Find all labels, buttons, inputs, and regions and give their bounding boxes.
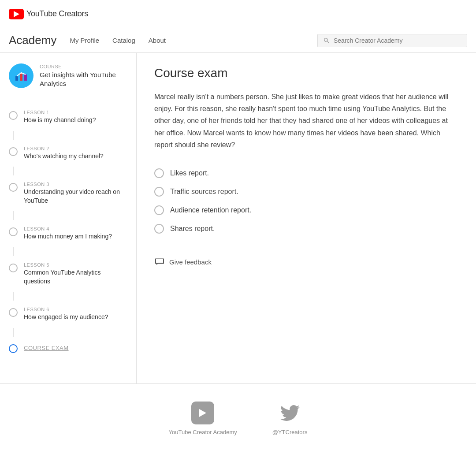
option-audience[interactable]: Audience retention report. — [154, 201, 458, 219]
sidebar-item-lesson1[interactable]: LESSON 1 How is my channel doing? — [0, 104, 136, 131]
search-input[interactable] — [334, 37, 461, 44]
lesson-dot-1 — [9, 111, 18, 120]
comment-icon — [154, 256, 165, 266]
connector — [13, 328, 14, 337]
youtube-logo[interactable]: YouTube Creators — [9, 9, 88, 19]
exam-title: Course exam — [154, 66, 458, 80]
option-audience-label: Audience retention report. — [170, 206, 251, 214]
lesson-dot-6 — [9, 308, 18, 317]
my-profile-link[interactable]: My Profile — [70, 35, 99, 46]
options-list: Likes report. Traffic sources report. Au… — [154, 164, 458, 238]
lesson-dot-4 — [9, 227, 18, 236]
academy-nav: Academy My Profile Catalog About — [0, 28, 476, 53]
sidebar-item-course-exam[interactable]: COURSE EXAM — [0, 337, 136, 359]
feedback-section[interactable]: Give feedback — [154, 256, 458, 269]
lesson-text-2: LESSON 2 Who's watching my channel? — [24, 146, 104, 161]
twitter-icon — [280, 403, 300, 423]
radio-shares[interactable] — [154, 224, 164, 234]
lesson-text-1: LESSON 1 How is my channel doing? — [24, 110, 96, 125]
lesson-text-5: LESSON 5 Common YouTube Analytics questi… — [24, 262, 127, 286]
exam-body: Marcel really isn't a numbers person. Sh… — [154, 91, 458, 151]
course-header: COURSE Get insights with YouTube Analyti… — [0, 63, 136, 99]
connector — [13, 211, 14, 220]
sidebar-item-lesson4[interactable]: LESSON 4 How much money am I making? — [0, 220, 136, 247]
option-likes[interactable]: Likes report. — [154, 164, 458, 182]
sidebar-item-lesson2[interactable]: LESSON 2 Who's watching my channel? — [0, 140, 136, 167]
main-content: Course exam Marcel really isn't a number… — [137, 53, 476, 383]
analytics-icon — [15, 69, 28, 82]
course-info: COURSE Get insights with YouTube Analyti… — [40, 64, 127, 88]
yt-footer-icon — [191, 402, 214, 424]
yt-play-icon — [9, 9, 24, 19]
about-link[interactable]: About — [149, 35, 166, 46]
sidebar-item-lesson6[interactable]: LESSON 6 How engaged is my audience? — [0, 301, 136, 328]
academy-title: Academy — [9, 33, 56, 47]
svg-rect-0 — [15, 76, 18, 81]
connector — [13, 167, 14, 175]
lesson-dot-5 — [9, 264, 18, 272]
radio-likes[interactable] — [154, 168, 164, 178]
sidebar-item-lesson3[interactable]: LESSON 3 Understanding your video reach … — [0, 175, 136, 211]
lessons-list: LESSON 1 How is my channel doing? LESSON… — [0, 104, 136, 364]
course-label: COURSE — [40, 64, 127, 69]
top-bar: YouTube Creators — [0, 0, 476, 28]
lesson-text-3: LESSON 3 Understanding your video reach … — [24, 182, 127, 205]
twitter-footer-label: @YTCreators — [272, 429, 308, 435]
radio-traffic[interactable] — [154, 187, 164, 197]
option-likes-label: Likes report. — [170, 169, 209, 177]
connector — [13, 131, 14, 140]
course-icon — [9, 63, 33, 88]
lesson-dot-3 — [9, 183, 18, 192]
footer: YouTube Creator Academy @YTCreators — [0, 383, 476, 457]
course-exam-label: COURSE EXAM — [24, 345, 69, 351]
course-title: Get insights with YouTube Analytics — [40, 71, 127, 88]
option-traffic[interactable]: Traffic sources report. — [154, 182, 458, 201]
sidebar: COURSE Get insights with YouTube Analyti… — [0, 53, 137, 383]
option-traffic-label: Traffic sources report. — [170, 188, 238, 196]
radio-audience[interactable] — [154, 205, 164, 215]
nav-links: My Profile Catalog About — [70, 35, 166, 46]
option-shares-label: Shares report. — [170, 225, 215, 233]
footer-yt-academy[interactable]: YouTube Creator Academy — [169, 402, 237, 435]
connector — [13, 247, 14, 256]
lesson-text-4: LESSON 4 How much money am I making? — [24, 226, 112, 241]
option-shares[interactable]: Shares report. — [154, 219, 458, 238]
sidebar-item-lesson5[interactable]: LESSON 5 Common YouTube Analytics questi… — [0, 256, 136, 292]
yt-footer-label: YouTube Creator Academy — [169, 429, 237, 435]
twitter-footer-icon — [279, 402, 301, 424]
catalog-link[interactable]: Catalog — [112, 35, 135, 46]
lesson-text-6: LESSON 6 How engaged is my audience? — [24, 307, 108, 322]
main-layout: COURSE Get insights with YouTube Analyti… — [0, 53, 476, 383]
lesson-dot-exam — [9, 344, 18, 353]
svg-rect-2 — [24, 74, 27, 81]
logo-text: YouTube Creators — [26, 9, 88, 19]
search-icon — [323, 37, 330, 44]
feedback-icon — [154, 256, 165, 269]
feedback-label[interactable]: Give feedback — [169, 258, 212, 266]
footer-twitter[interactable]: @YTCreators — [272, 402, 308, 435]
search-bar[interactable] — [317, 34, 467, 47]
lesson-dot-2 — [9, 147, 18, 156]
connector — [13, 292, 14, 301]
